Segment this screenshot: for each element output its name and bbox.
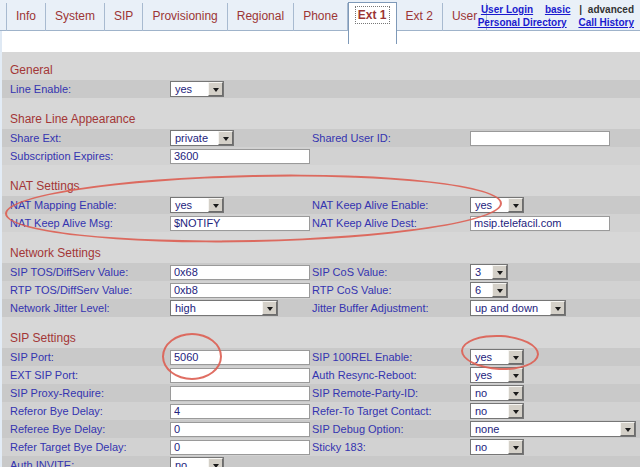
field-row: Share Ext:privateShared User ID: [2,129,640,147]
account-links: User Login basic | advanced Personal Dir… [469,3,634,29]
tab-system[interactable]: System [46,3,105,31]
referee-bye-delay-label: Referee Bye Delay: [10,423,105,435]
sip-debug-option-label: SIP Debug Option: [312,423,404,435]
line-enable-label: Line Enable: [10,83,71,95]
field-row: SIP Port:SIP 100REL Enable:yes [2,348,640,366]
shared-user-id-input[interactable] [470,131,610,146]
phone-config-page: InfoSystemSIPProvisioningRegionalPhoneEx… [0,0,640,467]
tab-provisioning[interactable]: Provisioning [143,3,227,31]
tab-phone[interactable]: Phone [294,3,348,31]
share-ext-label: Share Ext: [10,132,61,144]
field-row: EXT SIP Port:Auth Resync-Reboot:yes [2,366,640,384]
nat-keep-alive-enable-select[interactable]: yes [470,197,524,213]
personal-directory-link[interactable]: Personal Directory [478,17,567,28]
tab-label: Regional [237,9,284,23]
sip-proxy-require-input[interactable] [170,386,310,401]
nat-keep-alive-dest-label: NAT Keep Alive Dest: [312,217,417,229]
sip-tos-diffserv-value-input[interactable] [170,265,310,280]
tab-label: SIP [114,9,133,23]
section-title: NAT Settings [2,178,640,194]
call-history-link[interactable]: Call History [578,17,634,28]
ext-sip-port-label: EXT SIP Port: [10,369,78,381]
sip-proxy-require-label: SIP Proxy-Require: [10,387,104,399]
links-row-1: User Login basic | advanced [469,3,634,16]
dropdown-arrow-icon [492,283,507,297]
share-ext-select[interactable]: private [170,130,234,146]
sip-100rel-enable-select[interactable]: yes [470,349,524,365]
sticky-183-select[interactable]: no [470,439,524,455]
network-jitter-level-select[interactable]: high [170,300,278,316]
sip-port-input[interactable] [170,350,310,365]
selected-option-label: none [471,422,620,436]
auth-resync-reboot-label: Auth Resync-Reboot: [312,369,417,381]
section-share-line-appearance: Share Line AppearanceShare Ext:privateSh… [2,111,640,165]
basic-link[interactable]: basic [545,4,571,15]
nat-keep-alive-msg-input[interactable] [170,216,310,231]
jitter-buffer-adjustment-select[interactable]: up and down [470,300,566,316]
sip-remote-party-id-select[interactable]: no [470,385,524,401]
dropdown-arrow-icon [492,265,507,279]
tab-label: Phone [303,9,338,23]
selected-option-label: yes [471,198,508,212]
tab-regional[interactable]: Regional [228,3,294,31]
subscription-expires-input[interactable] [170,149,310,164]
tab-info[interactable]: Info [6,3,46,31]
field-row: SIP TOS/DiffServ Value:SIP CoS Value:3 [2,263,640,281]
rtp-tos-diffserv-value-label: RTP TOS/DiffServ Value: [10,284,132,296]
tab-label: Provisioning [152,9,217,23]
nat-keep-alive-dest-input[interactable] [470,216,610,231]
field-row: Referee Bye Delay:SIP Debug Option:none [2,420,640,438]
mode-separator: | [579,4,582,15]
nat-keep-alive-msg-label: NAT Keep Alive Msg: [10,217,113,229]
dropdown-arrow-icon [508,350,523,364]
rtp-cos-value-label: RTP CoS Value: [312,284,392,296]
nat-mapping-enable-select[interactable]: yes [170,197,224,213]
dropdown-arrow-icon [208,458,223,467]
selected-option-label: yes [471,350,508,364]
selected-option-label: yes [171,198,208,212]
sticky-183-label: Sticky 183: [312,441,366,453]
dropdown-arrow-icon [508,404,523,418]
tab-list: InfoSystemSIPProvisioningRegionalPhoneEx… [6,0,487,30]
field-row: Network Jitter Level:highJitter Buffer A… [2,299,640,317]
rtp-tos-diffserv-value-input[interactable] [170,283,310,298]
auth-invite-label: Auth INVITE: [10,459,74,467]
section-title: SIP Settings [2,330,640,346]
tab-ext-2[interactable]: Ext 2 [397,3,443,31]
sip-100rel-enable-label: SIP 100REL Enable: [312,351,412,363]
sip-debug-option-select[interactable]: none [470,421,636,437]
dropdown-arrow-icon [508,440,523,454]
selected-option-label: yes [471,368,508,382]
advanced-mode-label: advanced [588,4,634,15]
refer-to-target-contact-label: Refer-To Target Contact: [312,405,432,417]
network-jitter-level-label: Network Jitter Level: [10,302,110,314]
tab-label: Info [16,9,36,23]
auth-invite-select[interactable]: no [170,457,224,467]
referee-bye-delay-input[interactable] [170,422,310,437]
tab-sip[interactable]: SIP [105,3,143,31]
field-row: NAT Mapping Enable:yesNAT Keep Alive Ena… [2,196,640,214]
selected-option-label: no [471,386,508,400]
section-title: Network Settings [2,245,640,261]
dropdown-arrow-icon [508,198,523,212]
sip-cos-value-label: SIP CoS Value: [312,266,387,278]
auth-resync-reboot-select[interactable]: yes [470,367,524,383]
dropdown-arrow-icon [208,82,223,96]
refer-to-target-contact-select[interactable]: no [470,403,524,419]
referor-bye-delay-input[interactable] [170,404,310,419]
links-row-2: Personal Directory Call History [469,16,634,29]
line-enable-select[interactable]: yes [170,81,224,97]
sip-cos-value-select[interactable]: 3 [470,264,508,280]
tab-label: System [55,9,95,23]
selected-option-label: private [171,131,218,145]
tab-label: Ext 1 [356,7,389,23]
field-row: Subscription Expires: [2,147,640,165]
tab-ext-1[interactable]: Ext 1 [348,2,397,44]
field-row: Referor Bye Delay:Refer-To Target Contac… [2,402,640,420]
refer-target-bye-delay-input[interactable] [170,440,310,455]
ext-sip-port-input[interactable] [170,368,310,383]
selected-option-label: high [171,301,262,315]
user-login-link[interactable]: User Login [481,4,533,15]
section-network-settings: Network SettingsSIP TOS/DiffServ Value:S… [2,245,640,317]
rtp-cos-value-select[interactable]: 6 [470,282,508,298]
